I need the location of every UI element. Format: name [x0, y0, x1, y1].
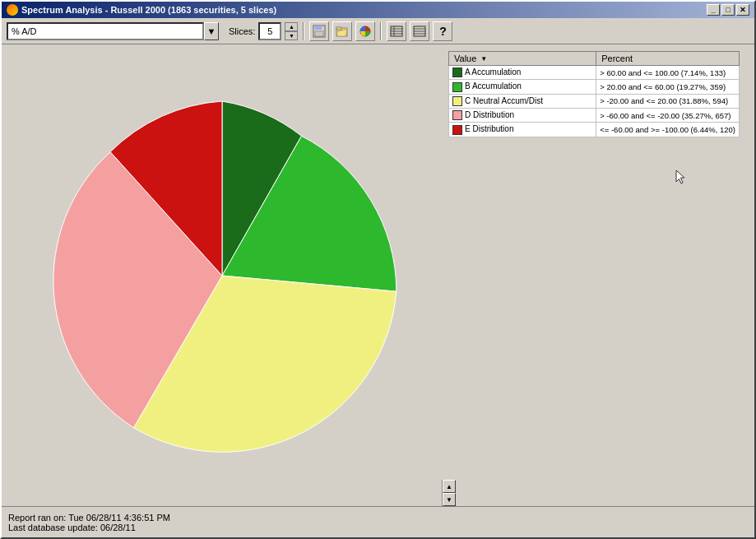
dropdown-arrow[interactable]: ▼ — [204, 22, 219, 40]
db-date: 06/28/11 — [100, 523, 136, 532]
main-window: Spectrum Analysis - Russell 2000 (1863 s… — [0, 0, 756, 539]
legend-color-4 — [452, 125, 462, 135]
legend-row-1[interactable]: B Accumulation> 20.00 and <= 60.00 (19.2… — [449, 80, 740, 94]
db-label: Last database update: — [8, 523, 100, 532]
legend-value-cell-3: > -60.00 and <= -20.00 (35.27%, 657) — [596, 109, 740, 123]
slices-spinner: ▲ ▼ — [285, 22, 298, 40]
separator-1 — [303, 22, 304, 40]
legend-row-4[interactable]: E Distribution<= -60.00 and >= -100.00 (… — [449, 123, 740, 137]
value-header[interactable]: Value ▼ — [449, 52, 596, 66]
legend-label-cell-1: B Accumulation — [449, 80, 596, 94]
legend-value-cell-0: > 60.00 and <= 100.00 (7.14%, 133) — [596, 66, 740, 80]
legend-value-cell-2: > -20.00 and <= 20.00 (31.88%, 594) — [596, 94, 740, 108]
title-bar: Spectrum Analysis - Russell 2000 (1863 s… — [2, 2, 754, 18]
legend-value-cell-4: <= -60.00 and >= -100.00 (6.44%, 120) — [596, 123, 740, 137]
legend-row-2[interactable]: C Neutral Accum/Dist> -20.00 and <= 20.0… — [449, 94, 740, 108]
window-controls: _ □ ✕ — [707, 4, 749, 16]
main-content: Value ▼ Percent A Accumulation> 60.00 an… — [2, 44, 754, 506]
grid-button[interactable] — [387, 21, 406, 41]
help-button[interactable]: ? — [433, 21, 452, 41]
scroll-down-button[interactable]: ▼ — [443, 493, 456, 506]
scroll-up-button[interactable]: ▲ — [443, 480, 456, 493]
grid-icon — [390, 26, 403, 37]
list-button[interactable] — [410, 21, 429, 41]
legend-table: Value ▼ Percent A Accumulation> 60.00 an… — [448, 51, 740, 137]
pie-chart — [41, 70, 403, 481]
value-sort-icon: ▼ — [480, 55, 487, 62]
legend-row-0[interactable]: A Accumulation> 60.00 and <= 100.00 (7.1… — [449, 66, 740, 80]
report-time-line: Report ran on: Tue 06/28/11 4:36:51 PM — [8, 513, 748, 523]
open-icon — [336, 25, 349, 38]
list-icon — [413, 26, 426, 37]
svg-rect-1 — [315, 26, 322, 30]
window-title: Spectrum Analysis - Russell 2000 (1863 s… — [21, 5, 276, 15]
open-button[interactable] — [332, 21, 352, 41]
app-icon — [7, 4, 18, 16]
svg-rect-2 — [315, 31, 323, 36]
slices-label: Slices: — [229, 26, 255, 36]
legend-label-cell-2: C Neutral Accum/Dist — [449, 94, 596, 108]
cursor-icon — [672, 169, 689, 185]
chart-icon — [359, 25, 372, 38]
indicator-dropdown[interactable]: ▼ — [7, 22, 219, 40]
percent-header[interactable]: Percent — [596, 52, 740, 66]
legend-label-cell-4: E Distribution — [449, 123, 596, 137]
legend-label-cell-0: A Accumulation — [449, 66, 596, 80]
spin-down[interactable]: ▼ — [285, 31, 298, 40]
report-label: Report ran on: — [8, 513, 68, 523]
toolbar: ▼ Slices: ▲ ▼ — [2, 18, 754, 44]
save-button[interactable] — [309, 21, 329, 41]
scrollbar-right: ▲ ▼ — [442, 480, 455, 506]
legend-row-3[interactable]: D Distribution> -60.00 and <= -20.00 (35… — [449, 109, 740, 123]
status-bar: Report ran on: Tue 06/28/11 4:36:51 PM L… — [2, 506, 754, 537]
indicator-input[interactable] — [7, 22, 204, 40]
legend-panel: Value ▼ Percent A Accumulation> 60.00 an… — [442, 44, 746, 144]
slices-input[interactable] — [258, 22, 281, 40]
separator-2 — [380, 22, 382, 40]
report-time: Tue 06/28/11 4:36:51 PM — [68, 513, 170, 523]
legend-color-3 — [452, 110, 462, 120]
db-update-line: Last database update: 06/28/11 — [8, 523, 748, 532]
svg-rect-4 — [336, 27, 341, 30]
legend-label-cell-3: D Distribution — [449, 109, 596, 123]
legend-color-2 — [452, 96, 462, 106]
close-button[interactable]: ✕ — [736, 4, 749, 16]
legend-color-0 — [452, 67, 462, 77]
pie-svg — [45, 78, 399, 473]
spin-up[interactable]: ▲ — [285, 22, 298, 31]
legend-color-1 — [452, 82, 462, 92]
chart-type-button[interactable] — [355, 21, 375, 41]
maximize-button[interactable]: □ — [721, 4, 735, 16]
legend-value-cell-1: > 20.00 and <= 60.00 (19.27%, 359) — [596, 80, 740, 94]
save-icon — [313, 25, 326, 38]
minimize-button[interactable]: _ — [707, 4, 720, 16]
chart-area — [2, 44, 442, 506]
